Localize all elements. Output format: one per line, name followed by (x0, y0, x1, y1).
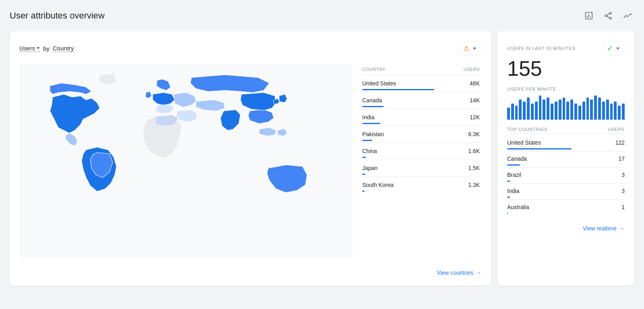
country-bar (362, 174, 365, 175)
table-row: Brazil 3 (507, 168, 625, 183)
table-row: Japan 1.5K (361, 160, 481, 176)
svg-point-6 (605, 15, 607, 17)
country-cell: United States (507, 135, 599, 151)
bar (618, 106, 621, 120)
svg-line-9 (607, 16, 610, 18)
bar (582, 102, 585, 120)
table-row: Canada 14K (361, 92, 481, 109)
country-cell: India (361, 109, 440, 126)
users-by-country-label: Users by Country (19, 45, 74, 52)
country-bar (362, 140, 372, 141)
country-bar (362, 123, 380, 124)
table-row: Canada 17 (507, 151, 625, 167)
bar (523, 102, 526, 120)
left-card-footer: View countries → (19, 270, 481, 276)
page-title: User attributes overview (10, 10, 105, 21)
top-countries-header: TOP COUNTRIES USERS (507, 127, 625, 134)
main-content: Users by Country ⚠ (10, 31, 634, 286)
table-row: Australia 1 (507, 200, 625, 216)
world-map (19, 64, 353, 258)
bar (527, 97, 530, 120)
bar (543, 100, 545, 120)
bar (551, 104, 553, 120)
bar (566, 102, 569, 120)
country-cell: Pakistan (361, 126, 440, 143)
top-countries-users-label: USERS (608, 127, 625, 132)
trend-icon-button[interactable] (621, 10, 634, 22)
bar (606, 100, 609, 120)
page-header: User attributes overview (10, 10, 634, 22)
top-countries-table: United States 122 Canada 17 Brazil 3 Ind… (507, 135, 625, 216)
country-cell: Australia (507, 200, 599, 216)
users-last-30-label: USERS IN LAST 30 MINUTES (507, 46, 575, 51)
bar (610, 104, 613, 120)
country-bar (507, 148, 572, 149)
users-dropdown[interactable]: Users (19, 45, 40, 52)
bar (594, 95, 597, 120)
country-bar (362, 106, 384, 107)
report-icon-button[interactable] (583, 10, 595, 22)
status-button[interactable]: ✓ (602, 41, 625, 56)
bar (531, 104, 534, 120)
users-per-minute-label: USERS PER MINUTE (507, 87, 625, 91)
country-cell: Canada (507, 151, 599, 167)
users-cell: 17 (599, 151, 625, 167)
table-row: South Korea 1.3K (361, 177, 481, 193)
users-cell: 1 (599, 200, 625, 216)
country-cell: India (507, 184, 599, 199)
share-icon-button[interactable] (602, 10, 614, 22)
table-row: China 1.6K (361, 143, 481, 160)
users-cell: 3 (599, 184, 625, 199)
map-container (19, 64, 353, 260)
left-card: Users by Country ⚠ (10, 31, 491, 286)
bar-chart (507, 95, 625, 120)
country-bar (507, 180, 510, 182)
warning-chevron-icon (473, 48, 476, 50)
bar (535, 102, 538, 120)
users-cell: 1.3K (440, 177, 481, 193)
bar (507, 108, 510, 120)
country-cell: Canada (361, 92, 440, 109)
users-cell: 14K (440, 92, 481, 109)
table-row: India 12K (361, 109, 481, 126)
warning-icon: ⚠ (463, 44, 470, 53)
top-countries-label: TOP COUNTRIES (507, 127, 547, 132)
users-cell: 3 (599, 168, 625, 183)
svg-point-7 (609, 17, 611, 19)
bar (547, 97, 549, 120)
bar (515, 106, 518, 120)
view-countries-link[interactable]: View countries → (437, 270, 481, 276)
svg-point-5 (609, 12, 611, 14)
view-realtime-link[interactable]: View realtime → (583, 225, 625, 232)
warning-button[interactable]: ⚠ (458, 41, 481, 56)
country-cell: China (361, 143, 440, 160)
header-icons (583, 10, 634, 22)
bar (622, 104, 625, 120)
bar (519, 100, 522, 120)
table-row: United States 48K (361, 75, 481, 92)
country-cell: Japan (361, 160, 440, 176)
bar (574, 104, 577, 120)
left-card-header: Users by Country ⚠ (19, 41, 481, 56)
bar (511, 104, 514, 120)
by-label: by (43, 45, 50, 52)
status-chevron-icon (616, 48, 619, 50)
country-bar (362, 89, 434, 90)
users-cell: 1.5K (440, 160, 481, 176)
users-cell: 6.3K (440, 126, 481, 143)
right-card-footer: View realtime → (507, 225, 625, 232)
table-row: India 3 (507, 184, 625, 199)
table-row: United States 122 (507, 135, 625, 151)
bar (586, 97, 589, 120)
bar (555, 102, 557, 120)
users-cell: 12K (440, 109, 481, 126)
country-table: COUNTRY USERS United States 48K (361, 64, 481, 193)
country-bar (507, 197, 510, 198)
country-bar (362, 157, 366, 158)
map-and-table: COUNTRY USERS United States 48K (19, 64, 481, 260)
bar (570, 100, 573, 120)
bar (578, 106, 581, 120)
data-table: COUNTRY USERS United States 48K (361, 64, 481, 193)
country-dropdown[interactable]: Country (53, 45, 74, 52)
users-col-header: USERS (440, 64, 481, 75)
